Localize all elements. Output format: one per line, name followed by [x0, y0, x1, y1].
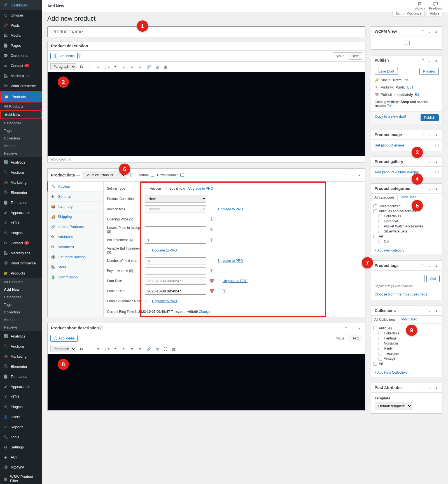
align-left-button[interactable]: ≡	[120, 63, 127, 71]
category-item[interactable]: Rarity	[374, 346, 440, 351]
text-tab[interactable]: Text	[349, 52, 362, 60]
save-draft-button[interactable]: Save Draft	[375, 68, 398, 75]
pd-tab-attributes[interactable]: ⚙Attributes	[48, 232, 103, 242]
sidebar-item-elementor[interactable]: ⒺElementor	[0, 361, 42, 371]
sidebar-item-analytics[interactable]: 📊Analytics	[0, 331, 42, 341]
calendar-icon[interactable]: 📅	[210, 289, 214, 293]
number-list-button[interactable]: ⋮≡	[103, 345, 111, 353]
add-tag-button[interactable]: Add	[426, 275, 440, 282]
sidebar-item-users[interactable]: 👤Users	[0, 412, 42, 422]
sidebar-item-analytics[interactable]: 📊Analytics	[0, 157, 42, 167]
product-name-input[interactable]	[47, 26, 365, 37]
number-list-button[interactable]: ⋮≡	[103, 63, 111, 71]
sidebar-item-elementor[interactable]: ⒺElementor	[0, 187, 42, 197]
sidebar-item-templates[interactable]: 📑Templates	[0, 197, 42, 208]
add-media-button[interactable]: Add Media	[50, 53, 78, 59]
preview-button[interactable]: Preview	[419, 68, 439, 75]
toolbar-toggle-button[interactable]: ▦	[170, 345, 178, 353]
align-center-button[interactable]: ≡	[128, 345, 136, 353]
expand-up-icon[interactable]: ⌃	[343, 173, 348, 178]
sidebar-item-contact[interactable]: ✉Contact1	[0, 61, 42, 71]
editor-content[interactable]: 8	[48, 354, 365, 410]
help-icon[interactable]: ⓘ	[210, 227, 213, 232]
sidebar-item-reports[interactable]: ⏲Reports	[0, 422, 42, 431]
sidebar-subitem-categories[interactable]: Categories	[0, 293, 42, 301]
bold-button[interactable]: B	[78, 63, 85, 71]
sidebar-item-woocommerce[interactable]: ⓌWooCommerce	[0, 81, 42, 91]
upgrade-link[interactable]: Upgrade to PRO	[218, 259, 243, 263]
category-item[interactable]: Art	[374, 234, 440, 239]
sidebar-subitem-tags[interactable]: Tags	[0, 127, 42, 134]
edit-status-link[interactable]: Edit	[402, 78, 408, 82]
quote-button[interactable]: ❝	[111, 345, 119, 353]
all-categories-tab[interactable]: All categories	[371, 194, 398, 201]
sidebar-item-yith[interactable]: YYITH	[0, 218, 42, 228]
buy-now-input[interactable]	[145, 267, 206, 274]
sidebar-item-pages[interactable]: 📄Pages	[0, 40, 42, 50]
add-category-link[interactable]: + Add new category	[371, 246, 442, 255]
category-item[interactable]: Art	[374, 361, 440, 366]
upgrade-link[interactable]: Upgrade to PRO	[152, 248, 177, 252]
align-left-button[interactable]: ≡	[120, 345, 127, 353]
help-icon[interactable]: ⓘ	[435, 170, 439, 175]
sidebar-item-products[interactable]: 📁Products	[0, 91, 42, 103]
sidebar-subitem-add-new[interactable]: Add New	[0, 286, 42, 293]
italic-button[interactable]: I	[86, 345, 94, 353]
sidebar-item-marketplace[interactable]: 🏪Marketplace	[0, 248, 42, 258]
category-item[interactable]: Silverware Sets	[374, 229, 440, 234]
sidebar-item-plugins[interactable]: 🔌Plugins	[0, 402, 42, 412]
sidebar-item-unyson[interactable]: ⬡Unyson	[0, 10, 42, 20]
pd-tab-commission[interactable]: 💲Commission	[48, 272, 103, 282]
help-icon[interactable]: ⓘ	[210, 268, 213, 273]
category-item[interactable]: Collectibles	[374, 214, 440, 219]
bullet-list-button[interactable]: ≡	[94, 63, 102, 71]
category-item[interactable]: Antiques and collectibles	[374, 209, 440, 214]
category-item[interactable]: Treasures	[374, 351, 440, 356]
choose-tags-link[interactable]: Choose from the most used tags	[375, 292, 427, 296]
change-timezone-link[interactable]: Change.	[199, 310, 211, 314]
sidebar-item-marketing[interactable]: 📣Marketing	[0, 177, 42, 187]
buyitnow-check[interactable]: ✓Buy it now	[164, 187, 185, 190]
sidebar-item-contact[interactable]: ✉Contact1	[0, 238, 42, 248]
upgrade-link[interactable]: Upgrade to PRO	[188, 187, 213, 190]
fullscreen-button[interactable]: ⛶	[162, 345, 169, 353]
edit-publish-link[interactable]: Edit	[415, 93, 421, 97]
sidebar-item-plugins[interactable]: 🔌Plugins	[0, 228, 42, 238]
wcfm-icon[interactable]	[403, 40, 411, 46]
pd-tab-general[interactable]: ⚙General	[48, 192, 103, 202]
category-item[interactable]: Vintage	[374, 356, 440, 361]
more-button[interactable]: ▤	[153, 345, 161, 353]
text-tab[interactable]: Text	[349, 335, 362, 342]
tag-input[interactable]	[375, 275, 425, 282]
sidebar-item-appearance[interactable]: 🖌Appearance	[0, 381, 42, 392]
pd-tab-inventory[interactable]: 📦Inventory	[48, 202, 103, 212]
help-icon[interactable]: ⓘ	[78, 53, 81, 59]
sidebar-subitem-all-products[interactable]: All Products	[0, 103, 42, 110]
link-button[interactable]: 🔗	[145, 345, 153, 353]
quote-button[interactable]: ❝	[111, 63, 119, 71]
edit-catalog-link[interactable]: Edit	[387, 104, 393, 108]
upgrade-link[interactable]: Upgrade to PRO	[152, 299, 177, 303]
add-collection-link[interactable]: + Add New Collection	[371, 368, 442, 377]
upgrade-link[interactable]: Upgrade to PRO	[218, 207, 243, 211]
format-select[interactable]: Paragraph	[50, 63, 76, 70]
align-right-button[interactable]: ≡	[136, 345, 144, 353]
visual-tab[interactable]: Visual	[333, 52, 349, 60]
pd-tab-auction[interactable]: 🔨Auction	[47, 182, 103, 192]
category-item[interactable]: Historical	[374, 219, 440, 224]
pd-tab-shipping[interactable]: 🚚Shipping	[48, 212, 103, 222]
sidebar-item-woocommerce[interactable]: ⓌWooCommerce	[0, 258, 42, 268]
help-icon[interactable]: ⓘ	[435, 143, 439, 148]
all-collections-tab[interactable]: All Collections	[371, 316, 398, 324]
help-icon[interactable]: ⓘ	[129, 173, 132, 178]
help-icon[interactable]: ⓘ	[210, 217, 213, 222]
collapse-icon[interactable]: ▴	[357, 173, 362, 178]
bid-increment-input[interactable]	[145, 237, 206, 244]
sidebar-item-marketplace[interactable]: 🏪Marketplace	[0, 71, 42, 81]
add-gallery-link[interactable]: Add product gallery images	[375, 170, 419, 174]
sidebar-item-media[interactable]: 🖼Media	[0, 30, 42, 40]
template-select[interactable]: Default template	[375, 402, 412, 410]
help-icon[interactable]: ⓘ	[210, 238, 213, 243]
category-item[interactable]: Uncategorized	[374, 204, 440, 209]
align-center-button[interactable]: ≡	[128, 63, 136, 71]
